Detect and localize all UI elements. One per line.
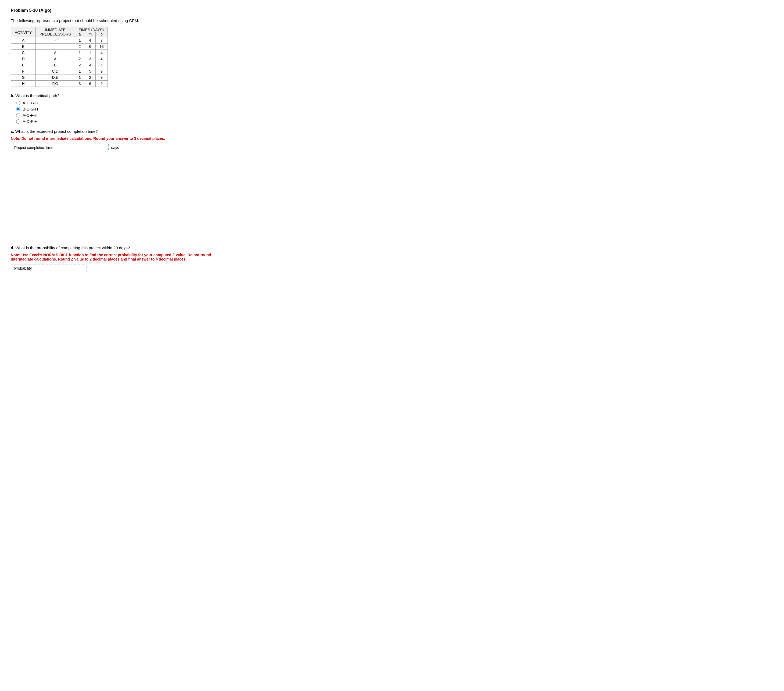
probability-row: Probability bbox=[11, 265, 231, 272]
probability-label: Probability bbox=[11, 265, 35, 272]
cpm-table: ACTIVITY IMMEDIATE TIMES (DAYS) PREDECES… bbox=[11, 26, 108, 87]
radio-A-C-F-H[interactable] bbox=[16, 113, 20, 117]
table-row: GD,E129 bbox=[11, 74, 108, 81]
section-b-label: b. bbox=[11, 93, 14, 98]
spacer8 bbox=[11, 235, 231, 246]
spacer7 bbox=[11, 224, 231, 235]
col-header-m: m bbox=[85, 32, 96, 37]
col-header-predecessors: PREDECESSORS bbox=[36, 32, 75, 37]
table-row: HF,G369 bbox=[11, 81, 108, 87]
spacer2 bbox=[11, 170, 231, 181]
spacer6 bbox=[11, 213, 231, 224]
table-row: CA114 bbox=[11, 50, 108, 56]
section-b: b. What is the critical path? A-D-G-HB-E… bbox=[11, 93, 231, 124]
spacer3 bbox=[11, 181, 231, 192]
section-d: d. What is the probability of completing… bbox=[11, 246, 231, 272]
section-c-question: c. What is the expected project completi… bbox=[11, 129, 231, 134]
radio-group: A-D-G-HB-E-G-HA-C-F-HA-D-F-H bbox=[16, 101, 231, 124]
spacer5 bbox=[11, 203, 231, 213]
table-row: FC,D159 bbox=[11, 68, 108, 74]
probability-input[interactable] bbox=[35, 265, 87, 272]
table-row: B–2613 bbox=[11, 44, 108, 50]
col-header-b: b bbox=[96, 32, 108, 37]
problem-title: Problem 5-10 (Algo) bbox=[11, 8, 231, 13]
radio-option-A-C-F-H: A-C-F-H bbox=[16, 113, 231, 117]
table-row: A–147 bbox=[11, 37, 108, 44]
section-d-note: Note: Use Excel's NORM.S.DIST function t… bbox=[11, 253, 231, 261]
radio-B-E-G-H[interactable] bbox=[16, 107, 20, 111]
section-b-question: b. What is the critical path? bbox=[11, 93, 231, 98]
spacer bbox=[11, 160, 231, 170]
radio-label-A-C-F-H[interactable]: A-C-F-H bbox=[23, 113, 38, 117]
radio-label-A-D-F-H[interactable]: A-D-F-H bbox=[23, 119, 38, 124]
section-d-label: d. bbox=[11, 246, 14, 250]
radio-label-A-D-G-H[interactable]: A-D-G-H bbox=[23, 101, 38, 105]
intro-text: The following represents a project that … bbox=[11, 18, 231, 23]
radio-option-A-D-G-H: A-D-G-H bbox=[16, 101, 231, 105]
radio-A-D-F-H[interactable] bbox=[16, 119, 20, 124]
col-header-immediate: IMMEDIATE bbox=[36, 27, 75, 32]
section-c: c. What is the expected project completi… bbox=[11, 129, 231, 152]
section-d-question: d. What is the probability of completing… bbox=[11, 246, 231, 250]
col-header-a: a bbox=[75, 32, 85, 37]
radio-option-A-D-F-H: A-D-F-H bbox=[16, 119, 231, 124]
completion-time-row: Project completion time days bbox=[11, 144, 231, 152]
table-row: EB246 bbox=[11, 62, 108, 68]
table-row: DA234 bbox=[11, 56, 108, 62]
section-c-note: Note: Do not round intermediate calculat… bbox=[11, 136, 231, 141]
completion-time-label: Project completion time bbox=[11, 144, 57, 152]
col-header-activity: ACTIVITY bbox=[11, 27, 36, 37]
section-c-label: c. bbox=[11, 129, 14, 134]
completion-time-unit: days bbox=[109, 144, 122, 152]
completion-time-input[interactable] bbox=[57, 144, 109, 152]
radio-option-B-E-G-H: B-E-G-H bbox=[16, 107, 231, 111]
col-header-times: TIMES (DAYS) bbox=[75, 27, 107, 32]
radio-A-D-G-H[interactable] bbox=[16, 101, 20, 105]
radio-label-B-E-G-H[interactable]: B-E-G-H bbox=[23, 107, 38, 111]
spacer4 bbox=[11, 192, 231, 203]
